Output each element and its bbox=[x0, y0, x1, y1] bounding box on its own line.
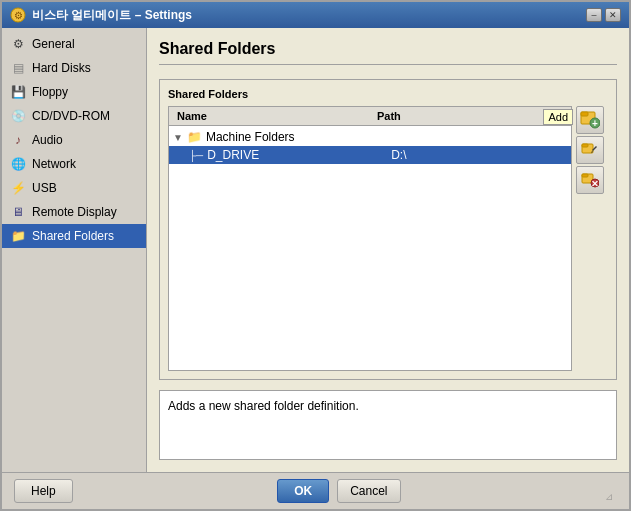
titlebar-title: 비스타 얼티메이트 – Settings bbox=[32, 7, 192, 24]
minimize-button[interactable]: – bbox=[586, 8, 602, 22]
child-expand-icon: ├─ bbox=[189, 150, 203, 161]
add-folder-button[interactable]: + Add bbox=[576, 106, 604, 134]
svg-rect-9 bbox=[582, 174, 588, 177]
row-name: D_DRIVE bbox=[207, 148, 387, 162]
titlebar-buttons: – ✕ bbox=[586, 8, 621, 22]
titlebar-left: ⚙ 비스타 얼티메이트 – Settings bbox=[10, 7, 192, 24]
remote-display-icon: 🖥 bbox=[10, 204, 26, 220]
settings-window: ⚙ 비스타 얼티메이트 – Settings – ✕ ⚙ General ▤ H… bbox=[0, 0, 631, 511]
folder-area: Name Path ▼ 📁 Machine Folders bbox=[168, 106, 608, 371]
bottom-bar: Help OK Cancel ⊿ bbox=[2, 472, 629, 509]
usb-icon: ⚡ bbox=[10, 180, 26, 196]
sidebar-item-shared-folders[interactable]: 📁 Shared Folders bbox=[2, 224, 146, 248]
shared-folders-group: Shared Folders Name Path ▼ 📁 bbox=[159, 79, 617, 380]
sidebar-label-shared-folders: Shared Folders bbox=[32, 229, 114, 243]
sidebar-label-hard-disks: Hard Disks bbox=[32, 61, 91, 75]
svg-text:✕: ✕ bbox=[591, 178, 599, 188]
tree-parent-row: ▼ 📁 Machine Folders bbox=[169, 128, 571, 146]
remove-icon: ✕ bbox=[581, 170, 599, 191]
shared-folders-icon: 📁 bbox=[10, 228, 26, 244]
sidebar-item-hard-disks[interactable]: ▤ Hard Disks bbox=[2, 56, 146, 80]
tree-buttons: + Add bbox=[576, 106, 608, 371]
machine-folders-icon: 📁 bbox=[187, 130, 202, 144]
main-panel: Shared Folders Shared Folders Name Path bbox=[147, 28, 629, 472]
audio-icon: ♪ bbox=[10, 132, 26, 148]
sidebar-label-audio: Audio bbox=[32, 133, 63, 147]
resize-grip: ⊿ bbox=[605, 491, 617, 503]
table-row[interactable]: ├─ D_DRIVE D:\ bbox=[169, 146, 571, 164]
col-header-name: Name bbox=[173, 109, 373, 123]
floppy-icon: 💾 bbox=[10, 84, 26, 100]
window-content: ⚙ General ▤ Hard Disks 💾 Floppy 💿 CD/DVD… bbox=[2, 28, 629, 472]
network-icon: 🌐 bbox=[10, 156, 26, 172]
table-header: Name Path bbox=[169, 107, 571, 126]
sidebar: ⚙ General ▤ Hard Disks 💾 Floppy 💿 CD/DVD… bbox=[2, 28, 147, 472]
row-path: D:\ bbox=[391, 148, 567, 162]
sidebar-item-network[interactable]: 🌐 Network bbox=[2, 152, 146, 176]
titlebar: ⚙ 비스타 얼티메이트 – Settings – ✕ bbox=[2, 2, 629, 28]
sidebar-label-usb: USB bbox=[32, 181, 57, 195]
sidebar-label-cdvd-rom: CD/DVD-ROM bbox=[32, 109, 110, 123]
page-title: Shared Folders bbox=[159, 40, 617, 65]
general-icon: ⚙ bbox=[10, 36, 26, 52]
help-button[interactable]: Help bbox=[14, 479, 73, 503]
svg-text:+: + bbox=[592, 118, 598, 129]
edit-folder-button[interactable] bbox=[576, 136, 604, 164]
description-box: Adds a new shared folder definition. bbox=[159, 390, 617, 460]
sidebar-label-network: Network bbox=[32, 157, 76, 171]
sidebar-label-general: General bbox=[32, 37, 75, 51]
bottom-right-buttons: OK Cancel bbox=[277, 479, 400, 503]
sidebar-item-remote-display[interactable]: 🖥 Remote Display bbox=[2, 200, 146, 224]
close-button[interactable]: ✕ bbox=[605, 8, 621, 22]
remove-folder-button[interactable]: ✕ bbox=[576, 166, 604, 194]
sidebar-item-cdvd-rom[interactable]: 💿 CD/DVD-ROM bbox=[2, 104, 146, 128]
sidebar-label-remote-display: Remote Display bbox=[32, 205, 117, 219]
cancel-button[interactable]: Cancel bbox=[337, 479, 400, 503]
expand-icon: ▼ bbox=[173, 132, 183, 143]
sidebar-item-floppy[interactable]: 💾 Floppy bbox=[2, 80, 146, 104]
machine-folders-label: Machine Folders bbox=[206, 130, 567, 144]
hard-disks-icon: ▤ bbox=[10, 60, 26, 76]
description-text: Adds a new shared folder definition. bbox=[168, 399, 359, 413]
svg-text:⚙: ⚙ bbox=[14, 10, 23, 21]
edit-icon bbox=[581, 140, 599, 161]
sidebar-item-audio[interactable]: ♪ Audio bbox=[2, 128, 146, 152]
ok-button[interactable]: OK bbox=[277, 479, 329, 503]
svg-rect-7 bbox=[582, 144, 588, 147]
app-icon: ⚙ bbox=[10, 7, 26, 23]
table-body: ▼ 📁 Machine Folders ├─ D_DRIVE D:\ bbox=[169, 126, 571, 166]
col-header-path: Path bbox=[373, 109, 567, 123]
group-label: Shared Folders bbox=[168, 88, 608, 100]
sidebar-item-general[interactable]: ⚙ General bbox=[2, 32, 146, 56]
sidebar-item-usb[interactable]: ⚡ USB bbox=[2, 176, 146, 200]
folder-tree-table[interactable]: Name Path ▼ 📁 Machine Folders bbox=[168, 106, 572, 371]
cdrom-icon: 💿 bbox=[10, 108, 26, 124]
svg-rect-3 bbox=[581, 112, 588, 116]
add-icon: + bbox=[580, 109, 600, 132]
sidebar-label-floppy: Floppy bbox=[32, 85, 68, 99]
